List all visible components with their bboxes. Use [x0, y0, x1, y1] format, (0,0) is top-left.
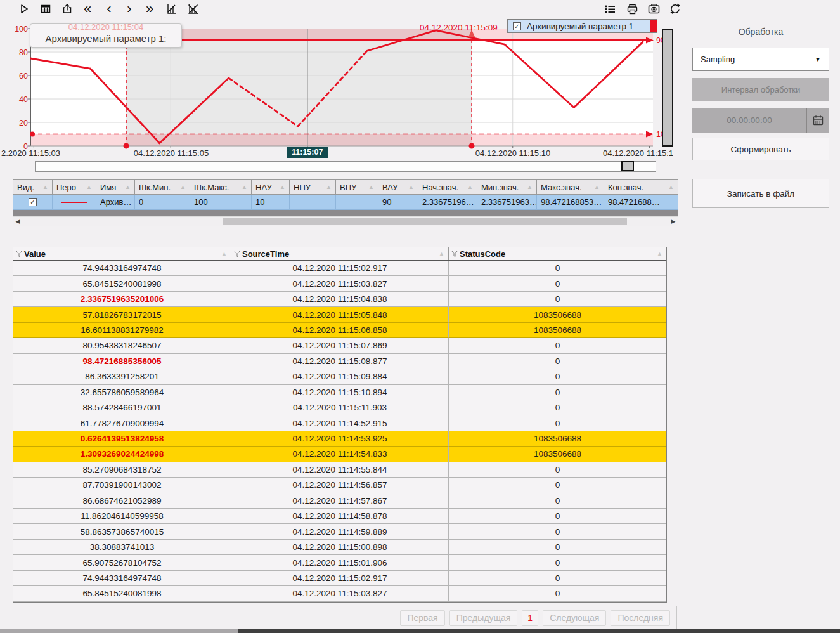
visible-checkbox[interactable]: ✓ — [29, 198, 37, 206]
scroll-left-arrow[interactable]: ◀ — [13, 217, 22, 226]
param-column-header[interactable]: Макс.знач.▲ — [537, 179, 604, 195]
table-row[interactable]: 58.86357386574001504.12.2020 11:14:59.88… — [13, 524, 666, 539]
vertical-range-slider[interactable] — [662, 29, 673, 147]
cell-statuscode: 0 — [449, 524, 666, 539]
legend-checkbox[interactable]: ✓ — [513, 22, 521, 30]
table-row[interactable]: 65.8451524008199804.12.2020 11:15:03.827… — [13, 276, 666, 291]
table-row[interactable]: 1.309326902442499804.12.2020 11:14:54.83… — [13, 447, 666, 462]
page-next-button[interactable]: Следующая — [543, 610, 606, 626]
sort-icon: ▲ — [467, 184, 473, 190]
table-row[interactable]: 85.2709068431875204.12.2020 11:14:55.844… — [13, 462, 666, 478]
param-column-header[interactable]: Вид.▲ — [13, 179, 53, 195]
play-button[interactable] — [16, 2, 32, 16]
horizontal-range-slider[interactable] — [35, 161, 656, 172]
table-row[interactable]: 80.9543831824650704.12.2020 11:15:07.869… — [13, 338, 666, 353]
page-horizontal-scrollbar[interactable] — [0, 629, 840, 633]
table-column-header[interactable]: Value▲ — [13, 247, 231, 260]
param-column-header[interactable]: Шк.Макс.▲ — [190, 179, 252, 195]
cell-value: 58.863573865740015 — [13, 524, 231, 539]
print-button[interactable] — [624, 2, 640, 16]
page-scrollbar-thumb[interactable] — [0, 629, 238, 633]
fit-scale-off-button[interactable] — [185, 2, 200, 16]
table-column-header[interactable]: SourceTime▲ — [231, 247, 449, 260]
parameter-grid-scrollbar[interactable]: ◀ ▶ — [13, 216, 678, 226]
table-row[interactable]: 74.9443316497474804.12.2020 11:15:02.917… — [13, 571, 666, 586]
table-row[interactable]: 87.7039190014300204.12.2020 11:14:56.857… — [13, 478, 666, 493]
processing-panel: Обработка Sampling ▼ Интервал обработки … — [691, 18, 830, 37]
param-cell: 98.472168853… — [537, 195, 604, 210]
write-to-file-button[interactable]: Записать в файл — [692, 179, 829, 208]
calendar-button[interactable] — [806, 108, 829, 133]
param-cell: Архив… — [96, 195, 135, 210]
sort-icon: ▲ — [527, 184, 533, 190]
interval-button[interactable]: Интервал обработки — [692, 78, 829, 101]
cell-value: 74.94433164974748 — [13, 261, 231, 276]
param-column-header[interactable]: Кон.знач.▲ — [604, 179, 678, 195]
param-cell — [53, 195, 96, 210]
table-column-header[interactable]: StatusCode▲ — [449, 247, 666, 260]
cell-sourcetime: 04.12.2020 11:15:07.869 — [231, 338, 449, 353]
param-column-header[interactable]: НАУ▲ — [252, 179, 290, 195]
legend-list-button[interactable] — [602, 2, 617, 16]
param-column-header[interactable]: Нач.знач.▲ — [418, 179, 477, 195]
x-tick-label: 04.12.2020 11:15:1 — [603, 148, 678, 158]
page-first-button[interactable]: Первая — [400, 610, 444, 626]
param-cell — [290, 195, 336, 210]
table-row[interactable]: 0.626413951382495804.12.2020 11:14:53.92… — [13, 431, 666, 447]
param-column-header[interactable]: Мин.знач.▲ — [477, 179, 537, 195]
param-column-header[interactable]: ВПУ▲ — [336, 179, 378, 195]
table-row[interactable]: 65.8451524008199804.12.2020 11:15:03.827… — [13, 586, 666, 601]
table-row[interactable]: 86.363339125820104.12.2020 11:15:09.8840 — [13, 369, 666, 384]
refresh-button[interactable] — [668, 2, 683, 16]
svg-text:20: 20 — [19, 119, 28, 127]
table-row[interactable]: 86.6867462105298904.12.2020 11:14:57.867… — [13, 493, 666, 509]
cell-statuscode: 1083506688 — [449, 307, 666, 322]
page-prev-button[interactable]: Предыдущая — [449, 610, 518, 626]
table-row[interactable]: 57.8182678317201504.12.2020 11:15:05.848… — [13, 307, 666, 322]
table-row[interactable]: 32.65578605958996404.12.2020 11:15:10.89… — [13, 385, 666, 400]
cell-statuscode: 0 — [449, 369, 666, 384]
page-last-button[interactable]: Последняя — [611, 610, 670, 626]
table-row[interactable]: 11.86204614059995804.12.2020 11:14:58.87… — [13, 509, 666, 524]
generate-button[interactable]: Сформировать — [692, 138, 829, 160]
parameter-row[interactable]: ✓Архив…010010902.33675196…2.336751963…98… — [13, 195, 678, 210]
cell-sourcetime: 04.12.2020 11:14:54.833 — [231, 447, 449, 462]
scroll-right-arrow[interactable]: ▶ — [669, 217, 678, 226]
legend-label: Архивируемый параметр 1 — [527, 22, 633, 31]
param-column-header[interactable]: Шк.Мин.▲ — [135, 179, 190, 195]
jump-end-button[interactable]: » — [142, 2, 157, 16]
legend-row[interactable]: ✓ Архивируемый параметр 1 — [508, 20, 650, 32]
cell-sourcetime: 04.12.2020 11:14:58.878 — [231, 509, 449, 524]
jump-start-button[interactable]: « — [80, 2, 95, 16]
interval-time-field[interactable]: 00.00:00:00 — [692, 108, 829, 133]
play-icon — [18, 3, 30, 15]
step-back-button[interactable]: ‹ — [101, 2, 117, 16]
horizontal-slider-thumb[interactable] — [621, 161, 634, 171]
cell-value: 80.95438318246507 — [13, 338, 231, 353]
table-row[interactable]: 65.9075267810475204.12.2020 11:15:01.906… — [13, 555, 666, 570]
table-row[interactable]: 88.5742846619700104.12.2020 11:15:11.903… — [13, 400, 666, 415]
table-row[interactable]: 38.3088374101304.12.2020 11:15:00.8980 — [13, 540, 666, 555]
export-button[interactable] — [60, 2, 75, 16]
param-column-header[interactable]: Имя▲ — [96, 179, 135, 195]
scroll-thumb[interactable] — [223, 218, 627, 225]
fit-scale-button[interactable] — [164, 2, 179, 16]
table-row[interactable]: 2.336751963520100604.12.2020 11:15:04.83… — [13, 292, 666, 307]
snapshot-button[interactable] — [646, 2, 661, 16]
table-row[interactable]: 98.4721688535600504.12.2020 11:15:08.877… — [13, 354, 666, 369]
param-cell: 2.336751963… — [477, 195, 537, 210]
param-column-header[interactable]: Перо▲ — [53, 179, 96, 195]
step-forward-button[interactable]: › — [122, 2, 137, 16]
param-column-header[interactable]: ВАУ▲ — [378, 179, 418, 195]
table-row[interactable]: 61.77827670900999404.12.2020 11:14:52.91… — [13, 415, 666, 431]
table-view-button[interactable] — [38, 2, 53, 16]
processing-mode-select[interactable]: Sampling ▼ — [692, 48, 829, 71]
cell-value: 38.30883741013 — [13, 540, 231, 555]
step-back-icon: ‹ — [107, 3, 111, 15]
page-current[interactable]: 1 — [522, 610, 538, 626]
table-row[interactable]: 74.9443316497474804.12.2020 11:15:02.917… — [13, 261, 666, 276]
cell-sourcetime: 04.12.2020 11:15:00.898 — [231, 540, 449, 555]
table-row[interactable]: 16.60113883127998204.12.2020 11:15:06.85… — [13, 323, 666, 338]
param-column-header[interactable]: НПУ▲ — [290, 179, 336, 195]
cell-statuscode: 0 — [449, 493, 666, 509]
